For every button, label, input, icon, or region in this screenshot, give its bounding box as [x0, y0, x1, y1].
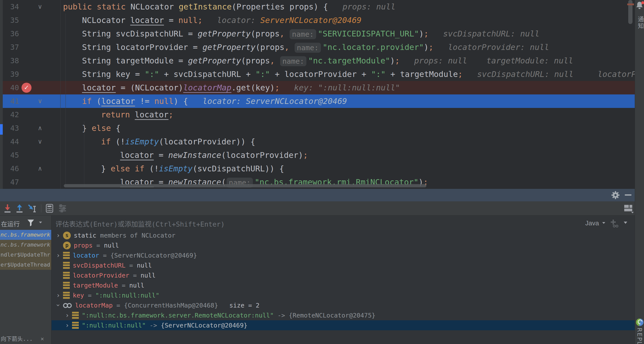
- language-selector[interactable]: Java: [585, 219, 599, 227]
- repl-stripe-label[interactable]: REPL: [636, 328, 643, 344]
- code-line[interactable]: 34∨public static NCLocator getInstance(P…: [0, 0, 635, 13]
- gear-icon[interactable]: [611, 190, 620, 200]
- code-token: locator: [130, 15, 164, 25]
- notifications-bell-icon[interactable]: [636, 1, 644, 10]
- debug-panel-header: [0, 189, 635, 201]
- code-line[interactable]: 41∨if (locator != null) { locator: Serve…: [0, 94, 635, 108]
- frames-search-row: 向下箭头... ×: [0, 334, 51, 344]
- code-token: + locatorProvider +: [270, 69, 371, 79]
- close-icon[interactable]: ×: [41, 334, 44, 344]
- variable-text: targetModule: [73, 282, 118, 289]
- code-text: } else if (!isEmpty(svcDispatchURL)) {: [0, 162, 635, 175]
- expand-chevron-icon[interactable]: ›: [63, 322, 72, 329]
- field-icon: [63, 292, 70, 299]
- code-token: }: [82, 123, 92, 133]
- code-token: return: [101, 110, 135, 119]
- fold-down-icon[interactable]: ∨: [36, 135, 45, 148]
- step-out-icon[interactable]: [15, 204, 24, 213]
- code-token: ,: [284, 42, 294, 52]
- code-token: (!: [111, 137, 125, 146]
- variable-row[interactable]: ›locatorMap = {ConcurrentHashMap@20468} …: [52, 300, 635, 310]
- frame-row[interactable]: ndler$UpdateThr: [0, 250, 51, 260]
- filter-funnel-icon[interactable]: [27, 219, 35, 227]
- variable-row[interactable]: ›locator = {ServerNCLocator@20469}: [52, 250, 635, 260]
- run-to-cursor-icon[interactable]: [28, 204, 37, 213]
- code-token: locatorMap: [183, 83, 232, 92]
- breakpoint-icon[interactable]: ✓: [22, 83, 32, 93]
- evaluate-expression-icon[interactable]: [45, 204, 54, 213]
- expand-chevron-icon[interactable]: ›: [54, 252, 63, 259]
- line-number: 43: [0, 121, 19, 135]
- field-icon: [63, 282, 70, 289]
- debug-toolbar: [0, 201, 635, 216]
- code-line[interactable]: 37String locatorProvider = getProperty(p…: [0, 40, 635, 54]
- code-line[interactable]: 45locator = newInstance(locatorProvider)…: [0, 148, 635, 162]
- code-editor[interactable]: 34∨public static NCLocator getInstance(P…: [0, 0, 635, 189]
- code-line[interactable]: 39String key = ":" + svcDispatchURL + ":…: [0, 67, 635, 81]
- minimize-icon[interactable]: [625, 194, 631, 196]
- code-line[interactable]: 42return locator;: [0, 108, 635, 121]
- expand-chevron-icon[interactable]: ›: [54, 232, 63, 239]
- frame-row[interactable]: nc.bs.framework: [0, 240, 51, 250]
- field-icon: [72, 322, 79, 329]
- variable-text: {RemoteNCLocator@20475}: [289, 312, 375, 319]
- expand-chevron-icon[interactable]: ›: [55, 301, 62, 310]
- expand-chevron-icon[interactable]: ›: [54, 292, 63, 299]
- horizontal-scrollbar[interactable]: [64, 184, 426, 187]
- variable-row[interactable]: pprops = null: [52, 240, 635, 250]
- code-line[interactable]: 36String svcDispatchURL = getProperty(pr…: [0, 27, 635, 40]
- code-text: public static NCLocator getInstance(Prop…: [0, 0, 635, 13]
- language-chevron-down-icon[interactable]: [602, 222, 605, 224]
- code-token: String key =: [82, 69, 145, 79]
- variable-text: ":null:nc.bs.framework.server.RemoteNCLo…: [82, 312, 274, 319]
- code-token: locator: [82, 83, 116, 92]
- code-token: !=: [135, 96, 154, 106]
- variable-row[interactable]: svcDispatchURL = null: [52, 260, 635, 270]
- force-step-into-icon[interactable]: [3, 204, 12, 213]
- error-stripe-breakpoint-mark[interactable]: [627, 3, 634, 5]
- code-line[interactable]: 38String targetModule = getProperty(prop…: [0, 54, 635, 67]
- variable-text: members of NCLocator: [96, 232, 175, 239]
- variable-row[interactable]: ›":null:null:null" -> {ServerNCLocator@2…: [52, 320, 635, 330]
- evaluate-chevron-down-icon[interactable]: [624, 222, 627, 224]
- fold-down-icon[interactable]: ∨: [36, 94, 45, 108]
- variable-text: {ServerNCLocator@20469}: [161, 322, 247, 329]
- code-token: ":": [256, 69, 270, 79]
- layout-settings-icon[interactable]: [624, 204, 634, 213]
- evaluate-expression-input[interactable]: 评估表达式(Enter)或添加监视(Ctrl+Shift+Enter): [56, 219, 225, 229]
- frames-pane[interactable]: nc.bs.frameworknc.bs.frameworkndler$Upda…: [0, 230, 52, 344]
- code-line[interactable]: 46∧} else if (!isEmpty(svcDispatchURL)) …: [0, 162, 635, 175]
- code-token: locator: [120, 150, 154, 160]
- line-number: 39: [0, 67, 19, 81]
- fold-down-icon[interactable]: ∨: [36, 0, 45, 13]
- variable-text: ->: [146, 322, 161, 329]
- frame-row[interactable]: nc.bs.framework: [0, 230, 51, 240]
- settings-sliders-icon[interactable]: [58, 204, 67, 213]
- code-line[interactable]: 44∨if (!isEmpty(locatorProvider)) {: [0, 135, 635, 148]
- clojure-repl-icon[interactable]: [636, 319, 643, 326]
- variables-pane[interactable]: ›sstatic members of NCLocatorpprops = nu…: [52, 230, 635, 344]
- variable-row[interactable]: targetModule = null: [52, 280, 635, 290]
- variable-row[interactable]: locatorProvider = null: [52, 270, 635, 280]
- frame-row[interactable]: er$UpdateThread: [0, 260, 51, 270]
- variable-row[interactable]: ›key = ":null:null:null": [52, 290, 635, 300]
- indent-guide: [66, 13, 66, 187]
- code-token: getProperty: [198, 29, 251, 38]
- notifications-stripe-label[interactable]: 通知: [636, 16, 644, 29]
- fold-up-icon[interactable]: ∧: [36, 162, 45, 175]
- code-token: (Properties props) {: [232, 2, 328, 11]
- filter-chevron-down-icon[interactable]: [39, 222, 42, 223]
- code-line[interactable]: 43∧} else {: [0, 121, 635, 135]
- fold-up-icon[interactable]: ∧: [36, 121, 45, 135]
- code-token: "SERVICEDISPATCH_URL": [318, 29, 419, 38]
- code-line[interactable]: 35NCLocator locator = null; locator: Ser…: [0, 13, 635, 27]
- add-watch-icon[interactable]: [610, 219, 619, 228]
- code-text: String locatorProvider = getProperty(pro…: [0, 40, 635, 54]
- line-number: 41: [0, 94, 19, 108]
- code-line[interactable]: 40✓locator = (NCLocator)locatorMap.get(k…: [0, 81, 635, 94]
- toolbar-separator: [41, 204, 41, 212]
- variable-row[interactable]: ›":null:nc.bs.framework.server.RemoteNCL…: [52, 310, 635, 320]
- code-token: locator:: [203, 15, 260, 25]
- expand-chevron-icon[interactable]: ›: [63, 312, 72, 319]
- variable-row[interactable]: ›sstatic members of NCLocator: [52, 230, 635, 240]
